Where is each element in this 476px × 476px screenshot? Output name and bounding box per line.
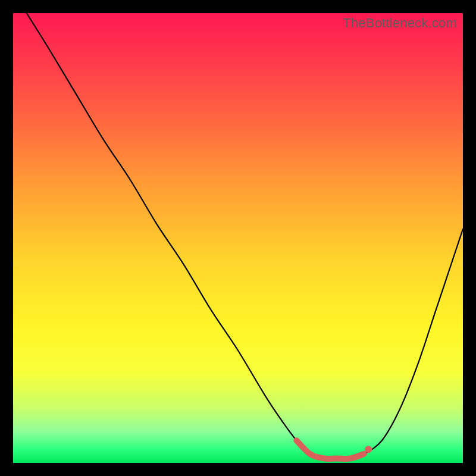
chart-frame: TheBottleneck.com — [0, 0, 476, 476]
optimal-end-dot — [365, 446, 372, 453]
chart-svg — [13, 13, 463, 463]
bottleneck-curve — [27, 13, 463, 459]
plot-area: TheBottleneck.com — [13, 13, 463, 463]
optimal-range-marker — [296, 440, 364, 459]
